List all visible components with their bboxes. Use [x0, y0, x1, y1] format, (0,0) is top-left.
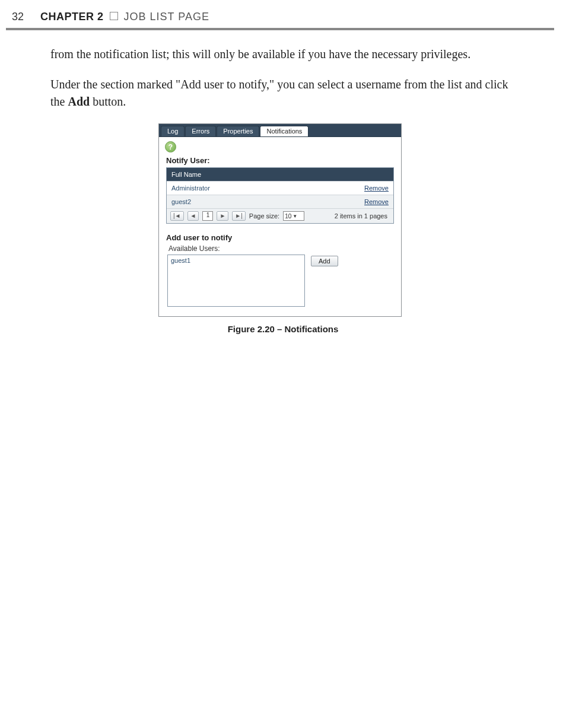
help-icon[interactable]: ? — [165, 141, 176, 152]
grid-header-fullname: Full Name — [167, 168, 393, 181]
page-number: 32 — [12, 11, 24, 23]
remove-link[interactable]: Remove — [364, 198, 389, 205]
page-size-select[interactable]: 10 ▼ — [283, 211, 304, 221]
chapter-label: CHAPTER 2 — [40, 11, 104, 23]
figure-caption: Figure 2.20 – Notifications — [158, 324, 408, 334]
list-item[interactable]: guest1 — [171, 257, 301, 264]
user-name: guest2 — [171, 198, 191, 205]
tab-log[interactable]: Log — [161, 126, 185, 136]
available-users-listbox[interactable]: guest1 — [167, 255, 305, 307]
paragraph-2-bold: Add — [68, 95, 90, 108]
figure-area: Log Errors Properties Notifications ? No… — [158, 123, 408, 334]
remove-link[interactable]: Remove — [364, 185, 389, 192]
tab-errors[interactable]: Errors — [185, 126, 216, 136]
pager-last-button[interactable]: ►| — [232, 211, 246, 221]
chapter-separator-icon — [110, 12, 118, 20]
panel-body: ? Notify User: Full Name Administrator R… — [159, 137, 401, 316]
chevron-down-icon: ▼ — [292, 214, 297, 219]
notify-user-label: Notify User: — [166, 156, 396, 165]
add-user-area: guest1 Add — [167, 255, 393, 307]
page-header: 32 CHAPTER 2 JOB LIST PAGE — [0, 11, 566, 28]
add-button[interactable]: Add — [311, 256, 338, 266]
pager-next-button[interactable]: ► — [217, 211, 228, 221]
notifications-screenshot: Log Errors Properties Notifications ? No… — [158, 123, 402, 317]
body-text: from the notification list; this will on… — [0, 30, 566, 110]
tab-properties[interactable]: Properties — [217, 126, 259, 136]
notify-user-grid: Full Name Administrator Remove guest2 Re… — [166, 167, 394, 224]
pager: |◄ ◄ 1 ► ►| Page size: 10 ▼ 2 items in 1… — [167, 208, 393, 223]
paragraph-2: Under the section marked "Add user to no… — [50, 76, 524, 110]
page-size-label: Page size: — [249, 212, 279, 220]
table-row: guest2 Remove — [167, 195, 393, 208]
table-row: Administrator Remove — [167, 181, 393, 195]
paragraph-1: from the notification list; this will on… — [50, 46, 524, 63]
pager-summary: 2 items in 1 pages — [335, 212, 387, 220]
chapter-title: JOB LIST PAGE — [124, 11, 209, 23]
page-size-value: 10 — [285, 213, 291, 220]
available-users-label: Available Users: — [168, 244, 396, 253]
tabstrip: Log Errors Properties Notifications — [159, 124, 401, 137]
pager-page-input[interactable]: 1 — [202, 211, 213, 221]
pager-first-button[interactable]: |◄ — [170, 211, 184, 221]
paragraph-2b: button. — [90, 95, 126, 108]
tab-notifications[interactable]: Notifications — [260, 126, 309, 136]
user-name: Administrator — [171, 185, 210, 192]
pager-prev-button[interactable]: ◄ — [187, 211, 199, 221]
add-user-section-label: Add user to notify — [166, 233, 396, 242]
